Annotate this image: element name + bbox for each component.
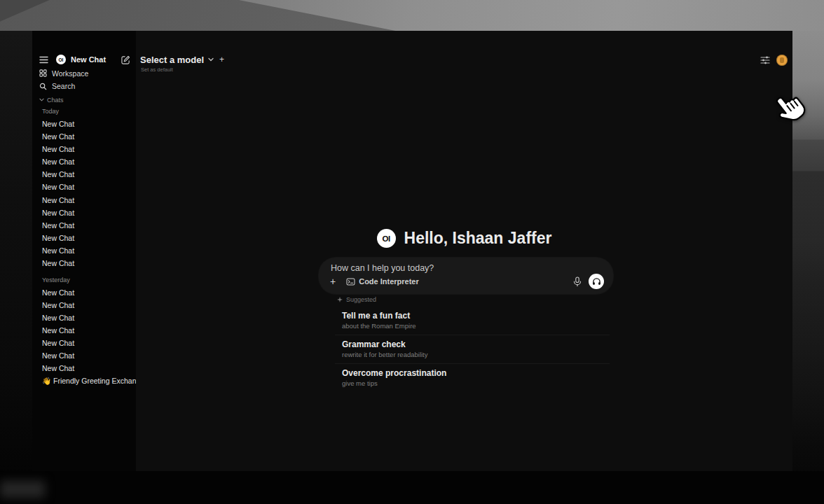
prompt-subtitle: about the Roman Empire (342, 322, 610, 330)
suggested-prompt[interactable]: Tell me a fun fact about the Roman Empir… (335, 307, 610, 335)
suggested-prompt[interactable]: Overcome procrastination give me tips (335, 364, 610, 392)
prompt-title: Grammar check (342, 340, 610, 349)
sidebar-toggle-icon[interactable] (39, 56, 48, 64)
group-label: Yesterday (32, 274, 136, 286)
message-input[interactable] (328, 263, 604, 273)
suggested-list: Tell me a fun fact about the Roman Empir… (335, 307, 610, 392)
prompt-title: Tell me a fun fact (342, 311, 610, 321)
prompt-title: Overcome procrastination (342, 368, 610, 378)
sidebar-item-workspace[interactable]: Workspace (39, 67, 88, 79)
chat-list-item[interactable]: New Chat (32, 312, 136, 324)
sidebar-item-search[interactable]: Search (39, 80, 75, 92)
chat-list-item[interactable]: New Chat (32, 143, 136, 155)
headphones-icon (592, 277, 601, 286)
search-icon (39, 83, 47, 90)
sidebar-title: New Chat (71, 55, 106, 64)
sidebar: OI New Chat Workspace Search (32, 31, 136, 471)
user-avatar[interactable] (776, 55, 788, 66)
chat-list-item[interactable]: New Chat (32, 118, 136, 130)
chat-list-item[interactable]: New Chat (32, 168, 136, 181)
chat-list-item[interactable]: New Chat (32, 257, 136, 270)
chevron-down-icon (39, 98, 44, 102)
add-model-button[interactable]: + (219, 55, 224, 64)
set-as-default-link[interactable]: Set as default (141, 66, 173, 73)
group-label: Today (32, 106, 136, 118)
wallpaper-bottom (0, 471, 824, 504)
code-interpreter-label: Code Interpreter (359, 277, 419, 286)
chat-list-item[interactable]: New Chat (32, 232, 136, 244)
chat-list-item[interactable]: New Chat (32, 181, 136, 193)
chat-list-item[interactable]: New Chat (32, 244, 136, 257)
chat-list-item[interactable]: New Chat (32, 349, 136, 362)
wallpaper-top (0, 0, 824, 31)
wallpaper-right (792, 31, 824, 504)
main-area: Select a model + Set as default OI Hello… (136, 31, 792, 471)
chat-list-item[interactable]: New Chat (32, 337, 136, 349)
topbar-right (760, 54, 788, 66)
workspace-grid-icon (39, 69, 47, 77)
screen: OI New Chat Workspace Search (0, 0, 824, 504)
chat-list-item[interactable]: New Chat (32, 130, 136, 143)
chat-list-item[interactable]: New Chat (32, 362, 136, 374)
suggested-header: Suggested (335, 295, 610, 304)
workspace-label: Workspace (52, 69, 88, 78)
app-logo-large: OI (377, 229, 396, 248)
chat-list-item[interactable]: New Chat (32, 219, 136, 232)
suggested-label: Suggested (346, 296, 376, 303)
prompt-subtitle: rewrite it for better readability (342, 351, 610, 358)
chat-list-item[interactable]: New Chat (32, 155, 136, 168)
controls-sliders-icon[interactable] (760, 56, 770, 64)
greeting-text: Hello, Ishaan Jaffer (404, 229, 552, 248)
prompt-subtitle: give me tips (342, 379, 610, 387)
openwebui-window: OI New Chat Workspace Search (32, 31, 792, 471)
chat-list-item[interactable]: New Chat (32, 299, 136, 312)
chat-group-today: Today New Chat New Chat New Chat New Cha… (32, 106, 136, 270)
code-interpreter-toggle[interactable]: Code Interpreter (346, 277, 419, 286)
code-interpreter-icon (346, 278, 355, 286)
sparkle-icon (337, 297, 343, 302)
composer-toolbar: + Code Interpreter (328, 274, 604, 289)
chat-list-item[interactable]: New Chat (32, 286, 136, 299)
chat-list-item-friendly-greeting[interactable]: 👋 Friendly Greeting Exchange (32, 374, 136, 387)
chat-list-item[interactable]: New Chat (32, 194, 136, 206)
chat-list-item[interactable]: New Chat (32, 324, 136, 337)
greeting: OI Hello, Ishaan Jaffer (136, 229, 792, 248)
microphone-icon[interactable] (573, 276, 582, 287)
wallpaper-left (0, 31, 32, 504)
sidebar-header: OI New Chat (39, 53, 130, 66)
wallpaper-bottom-blob (0, 481, 45, 498)
suggested-prompts: Suggested Tell me a fun fact about the R… (335, 295, 610, 392)
app-logo: OI (56, 55, 66, 64)
attach-plus-button[interactable]: + (328, 276, 338, 286)
wallpaper-diagonal-shape (0, 0, 824, 31)
search-label: Search (52, 82, 75, 90)
new-chat-icon[interactable] (121, 55, 130, 64)
message-composer[interactable]: + Code Interpreter (319, 258, 613, 294)
chats-section-header[interactable]: Chats (39, 94, 64, 105)
chat-list-item[interactable]: New Chat (32, 206, 136, 219)
chevron-down-icon (208, 57, 214, 62)
model-selector-label: Select a model (140, 55, 204, 65)
model-selector[interactable]: Select a model + (140, 53, 224, 66)
suggested-prompt[interactable]: Grammar check rewrite it for better read… (335, 335, 610, 364)
voice-call-button[interactable] (589, 274, 604, 289)
chat-group-yesterday: Yesterday New Chat New Chat New Chat New… (32, 274, 136, 388)
chats-section-label: Chats (47, 97, 64, 104)
